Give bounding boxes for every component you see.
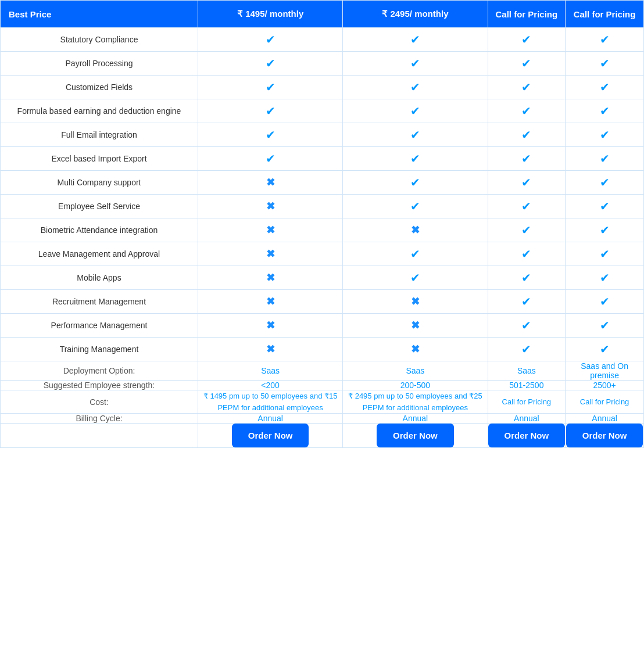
feature-c1: ✔ (198, 123, 343, 147)
feature-c4: ✔ (566, 147, 644, 171)
cross-icon: ✖ (266, 320, 275, 331)
feature-c3: ✔ (488, 28, 566, 52)
feature-c3: ✔ (488, 123, 566, 147)
feature-c1: ✖ (198, 218, 343, 242)
cost-label: Cost: (1, 390, 198, 414)
feature-c2: ✖ (343, 314, 488, 338)
feature-name: Performance Management (1, 314, 198, 338)
billing-row: Billing Cycle: Annual Annual Annual Annu… (1, 414, 644, 424)
feature-c4: ✔ (566, 314, 644, 338)
feature-c2: ✔ (343, 195, 488, 218)
feature-c1: ✖ (198, 242, 343, 266)
feature-name: Multi Company support (1, 171, 198, 195)
feature-c1: ✖ (198, 338, 343, 361)
feature-name: Employee Self Service (1, 195, 198, 218)
feature-c1: ✖ (198, 290, 343, 314)
check-icon: ✔ (521, 105, 531, 117)
order-btn-cell-2: Order Now (343, 424, 488, 448)
feature-row: Employee Self Service✖✔✔✔ (1, 195, 644, 218)
feature-c4: ✔ (566, 28, 644, 52)
feature-c1: ✖ (198, 266, 343, 290)
order-empty (1, 424, 198, 448)
check-icon: ✔ (521, 128, 531, 141)
check-icon: ✔ (410, 33, 420, 46)
feature-name: Full Email integration (1, 123, 198, 147)
check-icon: ✔ (600, 224, 610, 236)
feature-c2: ✔ (343, 147, 488, 171)
feature-c3: ✔ (488, 52, 566, 76)
billing-c3: Annual (488, 414, 566, 424)
feature-c1: ✔ (198, 28, 343, 52)
feature-c3: ✔ (488, 147, 566, 171)
order-button-4[interactable]: Order Now (566, 424, 643, 447)
feature-c3: ✔ (488, 171, 566, 195)
order-button-2[interactable]: Order Now (377, 424, 454, 447)
feature-c3: ✔ (488, 314, 566, 338)
feature-c4: ✔ (566, 338, 644, 361)
check-icon: ✔ (266, 81, 276, 94)
check-icon: ✔ (521, 57, 531, 70)
billing-c4: Annual (566, 414, 644, 424)
check-icon: ✔ (410, 271, 420, 284)
deployment-c1: Saas (198, 361, 343, 381)
feature-c4: ✔ (566, 171, 644, 195)
order-button-1[interactable]: Order Now (232, 424, 309, 447)
header-col4: Call for Pricing (566, 1, 644, 28)
check-icon: ✔ (266, 33, 276, 46)
feature-c3: ✔ (488, 242, 566, 266)
feature-c4: ✔ (566, 290, 644, 314)
feature-name: Mobile Apps (1, 266, 198, 290)
order-btn-cell-1: Order Now (198, 424, 343, 448)
check-icon: ✔ (521, 33, 531, 46)
feature-c3: ✔ (488, 218, 566, 242)
feature-row: Formula based earning and deduction engi… (1, 99, 644, 123)
check-icon: ✔ (410, 105, 420, 117)
feature-name: Payroll Processing (1, 52, 198, 76)
feature-row: Leave Management and Approval✖✔✔✔ (1, 242, 644, 266)
feature-row: Mobile Apps✖✔✔✔ (1, 266, 644, 290)
feature-row: Recruitment Management✖✖✔✔ (1, 290, 644, 314)
feature-c4: ✔ (566, 242, 644, 266)
check-icon: ✔ (600, 33, 610, 46)
check-icon: ✔ (521, 152, 531, 165)
feature-row: Payroll Processing✔✔✔✔ (1, 52, 644, 76)
check-icon: ✔ (266, 152, 276, 165)
order-button-3[interactable]: Order Now (488, 424, 566, 447)
feature-c4: ✔ (566, 123, 644, 147)
feature-name: Excel based Import Export (1, 147, 198, 171)
cross-icon: ✖ (266, 272, 275, 284)
feature-c2: ✔ (343, 52, 488, 76)
check-icon: ✔ (410, 248, 420, 260)
check-icon: ✔ (410, 57, 420, 70)
cross-icon: ✖ (411, 224, 420, 236)
feature-c3: ✔ (488, 99, 566, 123)
feature-row: Customized Fields✔✔✔✔ (1, 76, 644, 99)
check-icon: ✔ (410, 176, 420, 189)
feature-c1: ✔ (198, 52, 343, 76)
cross-icon: ✖ (266, 248, 275, 260)
feature-c2: ✔ (343, 266, 488, 290)
check-icon: ✔ (600, 343, 610, 356)
feature-row: Biometric Attendance integration✖✖✔✔ (1, 218, 644, 242)
feature-c2: ✔ (343, 28, 488, 52)
feature-c3: ✔ (488, 338, 566, 361)
billing-c1: Annual (198, 414, 343, 424)
feature-row: Statutory Compliance✔✔✔✔ (1, 28, 644, 52)
deployment-c4: Saas and On premise (566, 361, 644, 381)
check-icon: ✔ (600, 176, 610, 189)
feature-c3: ✔ (488, 266, 566, 290)
header-feature-label: Best Price (1, 1, 198, 28)
check-icon: ✔ (521, 176, 531, 189)
feature-name: Formula based earning and deduction engi… (1, 99, 198, 123)
order-row: Order Now Order Now Order Now Order Now (1, 424, 644, 448)
check-icon: ✔ (600, 152, 610, 165)
feature-c2: ✔ (343, 76, 488, 99)
feature-c2: ✔ (343, 171, 488, 195)
feature-c1: ✖ (198, 195, 343, 218)
feature-name: Statutory Compliance (1, 28, 198, 52)
feature-c4: ✔ (566, 52, 644, 76)
feature-c2: ✔ (343, 99, 488, 123)
check-icon: ✔ (521, 271, 531, 284)
feature-name: Customized Fields (1, 76, 198, 99)
check-icon: ✔ (600, 128, 610, 141)
